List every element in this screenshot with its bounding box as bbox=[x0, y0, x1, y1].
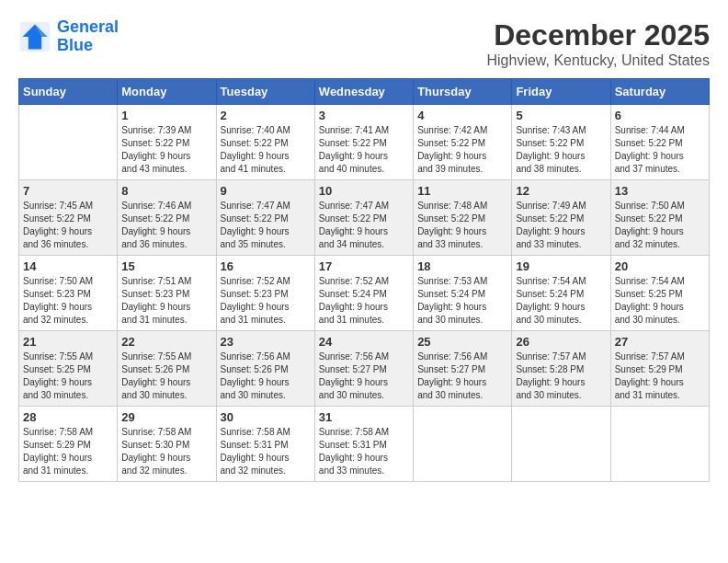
day-info: Sunrise: 7:55 AM Sunset: 5:26 PM Dayligh… bbox=[121, 350, 211, 402]
day-header-monday: Monday bbox=[118, 79, 216, 105]
day-number: 10 bbox=[319, 184, 409, 198]
day-number: 23 bbox=[221, 335, 311, 349]
day-number: 27 bbox=[615, 335, 705, 349]
day-info: Sunrise: 7:57 AM Sunset: 5:29 PM Dayligh… bbox=[615, 350, 705, 402]
calendar-cell bbox=[610, 407, 709, 482]
calendar: SundayMondayTuesdayWednesdayThursdayFrid… bbox=[18, 78, 710, 482]
calendar-cell: 21Sunrise: 7:55 AM Sunset: 5:25 PM Dayli… bbox=[19, 331, 118, 407]
day-number: 29 bbox=[121, 410, 211, 424]
calendar-cell: 14Sunrise: 7:50 AM Sunset: 5:23 PM Dayli… bbox=[19, 256, 118, 331]
day-info: Sunrise: 7:58 AM Sunset: 5:31 PM Dayligh… bbox=[319, 426, 409, 477]
day-number: 30 bbox=[221, 410, 311, 424]
day-number: 7 bbox=[23, 184, 113, 198]
day-info: Sunrise: 7:56 AM Sunset: 5:26 PM Dayligh… bbox=[221, 350, 311, 402]
day-number: 13 bbox=[615, 184, 705, 198]
day-number: 14 bbox=[23, 259, 113, 273]
calendar-body: 1Sunrise: 7:39 AM Sunset: 5:22 PM Daylig… bbox=[19, 105, 710, 482]
calendar-cell: 29Sunrise: 7:58 AM Sunset: 5:30 PM Dayli… bbox=[118, 407, 216, 482]
day-info: Sunrise: 7:53 AM Sunset: 5:24 PM Dayligh… bbox=[417, 275, 507, 327]
day-header-friday: Friday bbox=[512, 79, 610, 105]
page-header: General Blue December 2025 Highview, Ken… bbox=[18, 18, 710, 69]
day-info: Sunrise: 7:56 AM Sunset: 5:27 PM Dayligh… bbox=[319, 350, 409, 402]
calendar-cell: 11Sunrise: 7:48 AM Sunset: 5:22 PM Dayli… bbox=[414, 180, 512, 256]
day-header-wednesday: Wednesday bbox=[314, 79, 413, 105]
calendar-cell: 23Sunrise: 7:56 AM Sunset: 5:26 PM Dayli… bbox=[216, 331, 314, 407]
calendar-cell: 16Sunrise: 7:52 AM Sunset: 5:23 PM Dayli… bbox=[216, 256, 314, 331]
calendar-cell: 4Sunrise: 7:42 AM Sunset: 5:22 PM Daylig… bbox=[414, 105, 512, 180]
day-info: Sunrise: 7:45 AM Sunset: 5:22 PM Dayligh… bbox=[23, 200, 113, 251]
day-number: 4 bbox=[417, 109, 507, 122]
calendar-week-row: 14Sunrise: 7:50 AM Sunset: 5:23 PM Dayli… bbox=[19, 256, 710, 331]
title-section: December 2025 Highview, Kentucky, United… bbox=[487, 18, 711, 69]
day-info: Sunrise: 7:40 AM Sunset: 5:22 PM Dayligh… bbox=[221, 124, 311, 176]
calendar-week-row: 21Sunrise: 7:55 AM Sunset: 5:25 PM Dayli… bbox=[19, 331, 710, 407]
day-number: 5 bbox=[516, 109, 606, 122]
calendar-cell: 22Sunrise: 7:55 AM Sunset: 5:26 PM Dayli… bbox=[118, 331, 216, 407]
calendar-cell: 9Sunrise: 7:47 AM Sunset: 5:22 PM Daylig… bbox=[216, 180, 314, 256]
day-number: 25 bbox=[417, 335, 507, 349]
calendar-cell bbox=[512, 407, 610, 482]
day-info: Sunrise: 7:44 AM Sunset: 5:22 PM Dayligh… bbox=[615, 124, 705, 176]
calendar-cell: 1Sunrise: 7:39 AM Sunset: 5:22 PM Daylig… bbox=[118, 105, 216, 180]
day-number: 6 bbox=[615, 109, 705, 122]
calendar-cell: 13Sunrise: 7:50 AM Sunset: 5:22 PM Dayli… bbox=[610, 180, 709, 256]
calendar-cell: 18Sunrise: 7:53 AM Sunset: 5:24 PM Dayli… bbox=[414, 256, 512, 331]
day-number: 19 bbox=[516, 259, 606, 273]
day-number: 17 bbox=[319, 259, 409, 273]
day-number: 20 bbox=[615, 259, 705, 273]
day-info: Sunrise: 7:47 AM Sunset: 5:22 PM Dayligh… bbox=[221, 200, 311, 251]
day-info: Sunrise: 7:48 AM Sunset: 5:22 PM Dayligh… bbox=[417, 200, 507, 251]
day-info: Sunrise: 7:42 AM Sunset: 5:22 PM Dayligh… bbox=[417, 124, 507, 176]
day-info: Sunrise: 7:46 AM Sunset: 5:22 PM Dayligh… bbox=[121, 200, 211, 251]
day-number: 11 bbox=[417, 184, 507, 198]
day-number: 3 bbox=[319, 109, 409, 122]
location-title: Highview, Kentucky, United States bbox=[487, 52, 711, 69]
day-info: Sunrise: 7:56 AM Sunset: 5:27 PM Dayligh… bbox=[417, 350, 507, 402]
calendar-cell: 20Sunrise: 7:54 AM Sunset: 5:25 PM Dayli… bbox=[610, 256, 709, 331]
day-header-tuesday: Tuesday bbox=[216, 79, 314, 105]
day-number: 8 bbox=[121, 184, 211, 198]
calendar-cell: 7Sunrise: 7:45 AM Sunset: 5:22 PM Daylig… bbox=[19, 180, 118, 256]
day-info: Sunrise: 7:50 AM Sunset: 5:22 PM Dayligh… bbox=[615, 200, 705, 251]
day-info: Sunrise: 7:50 AM Sunset: 5:23 PM Dayligh… bbox=[23, 275, 113, 327]
day-header-saturday: Saturday bbox=[610, 79, 709, 105]
calendar-cell: 12Sunrise: 7:49 AM Sunset: 5:22 PM Dayli… bbox=[512, 180, 610, 256]
calendar-cell: 27Sunrise: 7:57 AM Sunset: 5:29 PM Dayli… bbox=[610, 331, 709, 407]
day-info: Sunrise: 7:58 AM Sunset: 5:29 PM Dayligh… bbox=[23, 426, 113, 477]
day-info: Sunrise: 7:41 AM Sunset: 5:22 PM Dayligh… bbox=[319, 124, 409, 176]
day-number: 15 bbox=[121, 259, 211, 273]
day-number: 12 bbox=[516, 184, 606, 198]
day-info: Sunrise: 7:55 AM Sunset: 5:25 PM Dayligh… bbox=[23, 350, 113, 402]
day-number: 9 bbox=[221, 184, 311, 198]
day-number: 28 bbox=[23, 410, 113, 424]
calendar-cell: 2Sunrise: 7:40 AM Sunset: 5:22 PM Daylig… bbox=[216, 105, 314, 180]
calendar-cell: 5Sunrise: 7:43 AM Sunset: 5:22 PM Daylig… bbox=[512, 105, 610, 180]
calendar-cell: 19Sunrise: 7:54 AM Sunset: 5:24 PM Dayli… bbox=[512, 256, 610, 331]
day-info: Sunrise: 7:54 AM Sunset: 5:25 PM Dayligh… bbox=[615, 275, 705, 327]
day-info: Sunrise: 7:58 AM Sunset: 5:31 PM Dayligh… bbox=[221, 426, 311, 477]
day-info: Sunrise: 7:58 AM Sunset: 5:30 PM Dayligh… bbox=[121, 426, 211, 477]
calendar-cell: 10Sunrise: 7:47 AM Sunset: 5:22 PM Dayli… bbox=[314, 180, 413, 256]
calendar-cell: 25Sunrise: 7:56 AM Sunset: 5:27 PM Dayli… bbox=[414, 331, 512, 407]
day-info: Sunrise: 7:57 AM Sunset: 5:28 PM Dayligh… bbox=[516, 350, 606, 402]
day-number: 18 bbox=[417, 259, 507, 273]
calendar-header: SundayMondayTuesdayWednesdayThursdayFrid… bbox=[19, 79, 710, 105]
day-info: Sunrise: 7:43 AM Sunset: 5:22 PM Dayligh… bbox=[516, 124, 606, 176]
calendar-cell: 17Sunrise: 7:52 AM Sunset: 5:24 PM Dayli… bbox=[314, 256, 413, 331]
day-number: 1 bbox=[121, 109, 211, 122]
calendar-cell bbox=[414, 407, 512, 482]
day-info: Sunrise: 7:39 AM Sunset: 5:22 PM Dayligh… bbox=[121, 124, 211, 176]
day-info: Sunrise: 7:49 AM Sunset: 5:22 PM Dayligh… bbox=[516, 200, 606, 251]
day-header-sunday: Sunday bbox=[19, 79, 118, 105]
calendar-cell: 8Sunrise: 7:46 AM Sunset: 5:22 PM Daylig… bbox=[118, 180, 216, 256]
calendar-cell: 28Sunrise: 7:58 AM Sunset: 5:29 PM Dayli… bbox=[19, 407, 118, 482]
calendar-cell: 30Sunrise: 7:58 AM Sunset: 5:31 PM Dayli… bbox=[216, 407, 314, 482]
logo-text: General Blue bbox=[57, 18, 119, 55]
day-number: 31 bbox=[319, 410, 409, 424]
day-info: Sunrise: 7:52 AM Sunset: 5:23 PM Dayligh… bbox=[221, 275, 311, 327]
header-row: SundayMondayTuesdayWednesdayThursdayFrid… bbox=[19, 79, 710, 105]
calendar-week-row: 1Sunrise: 7:39 AM Sunset: 5:22 PM Daylig… bbox=[19, 105, 710, 180]
day-number: 22 bbox=[121, 335, 211, 349]
calendar-cell: 6Sunrise: 7:44 AM Sunset: 5:22 PM Daylig… bbox=[610, 105, 709, 180]
calendar-cell bbox=[19, 105, 118, 180]
